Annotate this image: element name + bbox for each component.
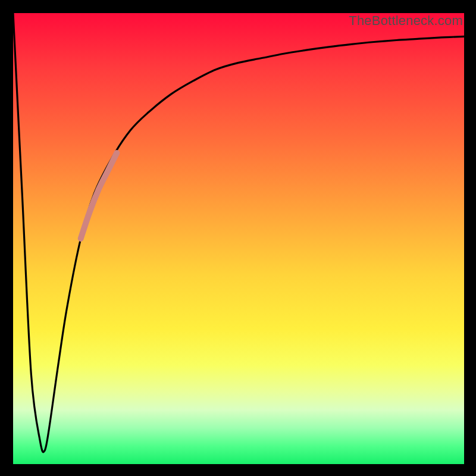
curve-overlay [13, 13, 464, 464]
watermark-text: TheBottleneck.com [349, 13, 463, 29]
chart-frame: TheBottleneck.com [0, 0, 476, 476]
bottleneck-curve [13, 13, 464, 452]
chart-plot-area: TheBottleneck.com [13, 13, 464, 464]
curve-highlight-segment [81, 153, 117, 239]
